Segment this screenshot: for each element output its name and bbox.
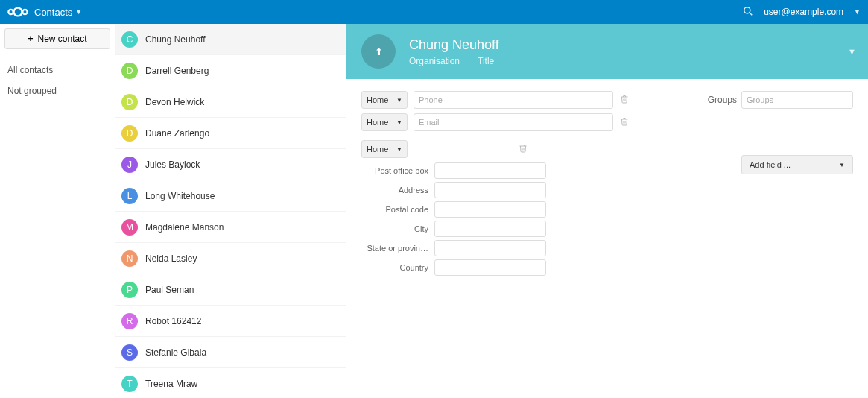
contact-item[interactable]: DDevon Helwick [115,86,346,118]
contact-name: Treena Mraw [145,379,197,389]
postal-input[interactable] [434,201,546,218]
user-label[interactable]: user@example.com [764,7,843,17]
contact-title[interactable]: Chung Neuhoff [409,37,499,53]
address-input[interactable] [434,182,546,198]
avatar: T [121,376,138,392]
country-label: Country [361,263,428,272]
contact-name: Paul Seman [145,285,194,295]
title-placeholder[interactable]: Title [478,56,494,66]
address-label: Address [361,186,428,195]
svg-line-4 [750,12,753,15]
avatar: N [121,250,138,267]
phone-type-label: Home [367,95,388,104]
postal-label: Postal code [361,205,428,214]
organisation-placeholder[interactable]: Organisation [409,56,460,66]
new-contact-button[interactable]: + New contact [4,28,110,49]
sidebar: + New contact All contacts Not grouped [0,24,115,398]
add-field-select[interactable]: Add field ...▼ [741,155,853,174]
contact-item[interactable]: JJules Baylock [115,149,346,180]
contact-item[interactable]: PPaul Seman [115,274,346,306]
city-input[interactable] [434,221,546,237]
address-type-label: Home [367,145,388,154]
contact-item[interactable]: CChung Neuhoff [115,24,346,55]
topbar: Contacts ▼ user@example.com ▼ [0,0,868,24]
contact-name: Darrell Genberg [145,66,209,76]
avatar: D [121,94,138,110]
chevron-down-icon: ▼ [396,119,402,126]
delete-address-icon[interactable] [518,144,528,155]
nextcloud-logo[interactable] [7,6,28,18]
avatar: S [121,344,138,361]
email-type-select[interactable]: Home▼ [361,113,408,131]
state-label: State or provin… [361,244,428,253]
chevron-down-icon: ▼ [396,146,402,153]
avatar: J [121,157,138,173]
avatar: R [121,313,138,329]
chevron-down-icon: ▼ [839,162,845,168]
groups-input[interactable] [741,91,853,109]
state-input[interactable] [434,240,546,256]
contact-item[interactable]: MMagdalene Manson [115,212,346,243]
email-input[interactable] [414,113,613,131]
upload-icon: ⬆ [375,46,383,57]
contact-item[interactable]: RRobot 162412 [115,306,346,337]
svg-point-0 [14,8,22,16]
contact-name: Devon Helwick [145,97,204,107]
chevron-down-icon: ▼ [396,97,402,104]
details-pane: ⬆ Chung Neuhoff Organisation Title ▼ Hom… [346,24,868,398]
collapse-arrow-icon[interactable]: ▼ [848,47,856,56]
contact-item[interactable]: TTreena Mraw [115,368,346,398]
avatar: D [121,63,138,79]
svg-point-2 [22,10,27,14]
phone-type-select[interactable]: Home▼ [361,91,408,109]
app-name[interactable]: Contacts [34,7,72,18]
contact-name: Long Whitehouse [145,191,215,201]
svg-point-3 [744,7,750,13]
sidebar-links: All contacts Not grouped [4,60,110,101]
contact-name: Duane Zarlengo [145,128,209,139]
svg-point-1 [8,10,13,14]
address-block: Home▼ Post office box Address Postal cod… [361,140,630,276]
country-input[interactable] [434,259,546,276]
details-header: ⬆ Chung Neuhoff Organisation Title ▼ [346,24,868,79]
sidebar-link-all[interactable]: All contacts [7,60,110,80]
city-label: City [361,224,428,233]
user-caret-icon[interactable]: ▼ [854,8,861,16]
contact-name: Chung Neuhoff [145,34,206,45]
contact-name: Stefanie Gibala [145,347,206,358]
contact-name: Jules Baylock [145,159,200,170]
sidebar-link-notgrouped[interactable]: Not grouped [7,80,110,101]
contact-name: Magdalene Manson [145,222,224,233]
delete-email-icon[interactable] [619,117,630,128]
po-input[interactable] [434,162,546,179]
avatar: P [121,282,138,298]
contact-item[interactable]: DDuane Zarlengo [115,118,346,149]
email-type-label: Home [367,118,388,127]
new-contact-label: New contact [37,34,86,44]
groups-label: Groups [708,95,737,105]
caret-down-icon[interactable]: ▼ [75,8,82,16]
po-label: Post office box [361,166,428,175]
contact-item[interactable]: LLong Whitehouse [115,180,346,212]
add-field-label: Add field ... [750,160,791,169]
avatar: D [121,125,138,142]
contact-name: Robot 162412 [145,316,201,326]
avatar: C [121,31,138,48]
plus-icon: + [28,34,33,44]
avatar: L [121,188,138,204]
phone-input[interactable] [414,91,613,109]
avatar: M [121,219,138,236]
address-type-select[interactable]: Home▼ [361,140,408,158]
contact-list: CChung NeuhoffDDarrell GenbergDDevon Hel… [115,24,346,398]
details-left-column: Home▼ Home▼ [361,91,630,279]
details-right-column: Groups Add field ...▼ [659,91,853,279]
contact-item[interactable]: SStefanie Gibala [115,337,346,368]
contact-name: Nelda Lasley [145,253,197,264]
contact-item[interactable]: DDarrell Genberg [115,55,346,86]
delete-phone-icon[interactable] [619,95,630,106]
avatar-upload-button[interactable]: ⬆ [361,34,396,69]
contact-item[interactable]: NNelda Lasley [115,243,346,274]
search-icon[interactable] [743,6,753,19]
